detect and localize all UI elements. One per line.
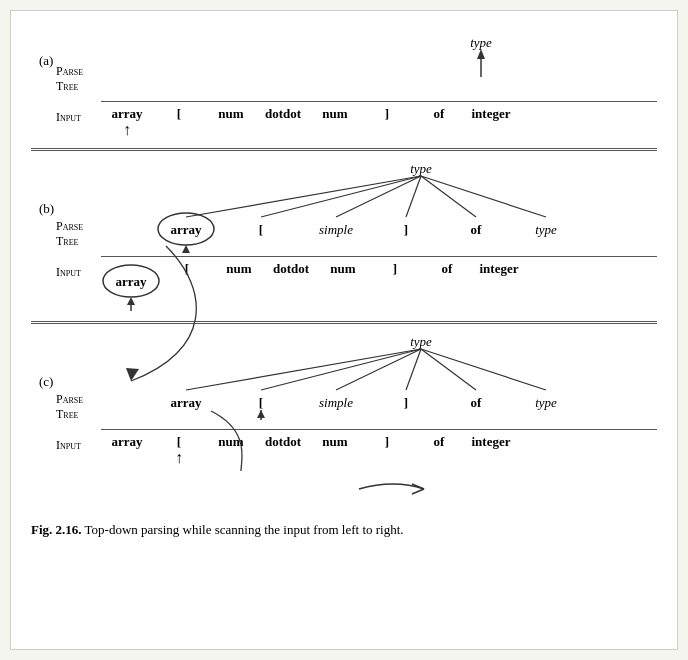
svg-text:array: array [170, 222, 202, 237]
bottom-curved-arrow [354, 474, 434, 504]
input-tokens-c: array [ ↑ num dotdot num ] of integer [101, 434, 657, 466]
token-bracket-close-a: ] [361, 106, 413, 122]
svg-marker-1 [477, 49, 485, 59]
svg-text:type: type [410, 161, 432, 176]
parse-tree-content-c: type array [ si [101, 330, 661, 429]
svg-line-23 [186, 349, 421, 390]
svg-text:simple: simple [319, 222, 353, 237]
token-dotdot-b: dotdot [265, 261, 317, 277]
token-of-a: of [413, 106, 465, 122]
token-num1-b: num [213, 261, 265, 277]
input-label-b: Input [31, 261, 101, 279]
svg-text:of: of [471, 222, 483, 237]
token-bracket-close-b: ] [369, 261, 421, 277]
token-num1-a: num [205, 106, 257, 122]
svg-marker-17 [182, 245, 190, 253]
arrow-a: ↑ [123, 122, 131, 138]
parse-tree-content-a: type [101, 27, 661, 101]
tree-svg-c: type array [ si [101, 330, 661, 425]
input-array-oval-b: array [101, 261, 161, 316]
caption: Fig. 2.16. Top-down parsing while scanni… [31, 522, 657, 538]
svg-line-27 [421, 349, 476, 390]
page: (a) Parse Tree type Input [10, 10, 678, 650]
parse-tree-label-b: Parse Tree [31, 219, 101, 256]
svg-line-24 [261, 349, 421, 390]
svg-text:]: ] [404, 395, 408, 410]
svg-line-3 [186, 176, 421, 217]
caption-fig-label: Fig. 2.16. [31, 522, 82, 537]
token-bracket-open-b: [ [161, 261, 213, 277]
svg-line-4 [261, 176, 421, 217]
token-array-a: array [101, 106, 153, 122]
token-dotdot-c: dotdot [257, 434, 309, 450]
token-of-c: of [413, 434, 465, 450]
parse-tree-content-b: type array [ [101, 157, 661, 256]
token-dotdot-a: dotdot [257, 106, 309, 122]
svg-text:type: type [535, 395, 557, 410]
token-num2-b: num [317, 261, 369, 277]
section-a: (a) Parse Tree type Input [31, 21, 657, 151]
svg-text:type: type [535, 222, 557, 237]
bottom-arrow-container [31, 472, 657, 508]
token-integer-c: integer [465, 434, 517, 450]
svg-text:array: array [115, 274, 147, 289]
svg-text:]: ] [404, 222, 408, 237]
svg-text:type: type [410, 334, 432, 349]
caption-text: Top-down parsing while scanning the inpu… [85, 522, 404, 537]
svg-text:array: array [170, 395, 202, 410]
input-tokens-a: array ↑ [ num dotdot num ] of integer [101, 106, 657, 138]
section-b: (b) Parse Tree type [31, 151, 657, 324]
input-label-a: Input [31, 106, 101, 124]
token-num1-c: num [205, 434, 257, 450]
svg-text:[: [ [259, 395, 263, 410]
svg-line-38 [412, 489, 424, 494]
input-tokens-b: array [ num dotdot num ] of integer [101, 261, 657, 311]
svg-text:simple: simple [319, 395, 353, 410]
token-num2-c: num [309, 434, 361, 450]
token-of-b: of [421, 261, 473, 277]
svg-line-7 [421, 176, 476, 217]
svg-marker-32 [257, 410, 265, 418]
svg-marker-21 [127, 297, 135, 305]
token-bracket-open-a: [ [153, 106, 205, 122]
input-label-c: Input [31, 434, 101, 452]
parse-tree-label-a: Parse Tree [31, 64, 101, 101]
arrow-c: ↑ [175, 450, 183, 466]
token-bracket-open-c: [ [153, 434, 205, 450]
svg-text:of: of [471, 395, 483, 410]
svg-line-8 [421, 176, 546, 217]
svg-text:[: [ [259, 222, 263, 237]
svg-line-28 [421, 349, 546, 390]
type-node-a: type [470, 35, 492, 50]
token-array-c: array [101, 434, 153, 450]
token-integer-b: integer [473, 261, 525, 277]
parse-tree-label-c: Parse Tree [31, 392, 101, 429]
token-bracket-close-c: ] [361, 434, 413, 450]
token-integer-a: integer [465, 106, 517, 122]
tree-svg-a: type [101, 27, 661, 97]
section-c: (c) Parse Tree type [31, 324, 657, 512]
token-num2-a: num [309, 106, 361, 122]
tree-svg-b: type array [ [101, 157, 661, 252]
